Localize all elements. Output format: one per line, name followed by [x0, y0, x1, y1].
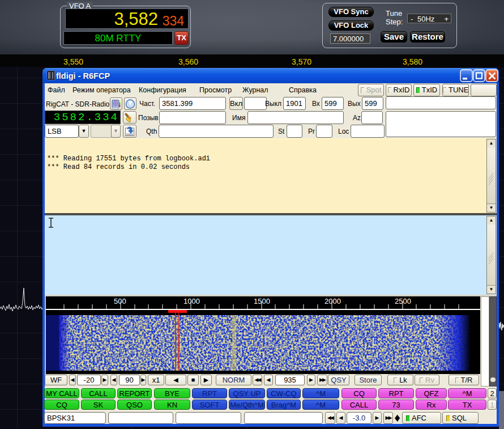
svg-text:1000: 1000 [183, 297, 200, 305]
svg-text:2000: 2000 [324, 297, 341, 305]
svg-text:1500: 1500 [254, 297, 270, 305]
svg-text:2500: 2500 [395, 297, 411, 305]
svg-text:500: 500 [114, 297, 126, 305]
